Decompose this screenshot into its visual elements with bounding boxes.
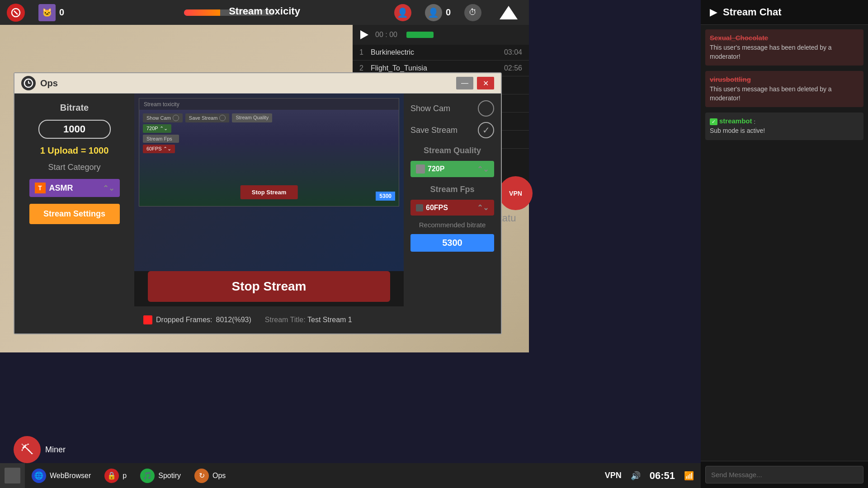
nested-settings-area: Show Cam Save Stream Stream Quality [143, 113, 395, 122]
dropped-frames-indicator: Dropped Frames: 8012(%93) [143, 315, 251, 324]
taskbar-app-p[interactable]: 🔒 p [98, 463, 133, 488]
vpn-status-icon: VPN [499, 176, 533, 210]
stream-title-value: Test Stream 1 [307, 316, 352, 324]
stop-stream-button[interactable]: Stop Stream [148, 271, 390, 302]
progress-bar [406, 32, 434, 38]
right-panel: Show Cam Save Stream ✓ Stream Quality 72… [404, 94, 501, 333]
chat-username: Sexual_Chocolate [710, 34, 859, 42]
ops-content: Bitrate 1 Upload = 1000 Start Category T… [14, 94, 501, 333]
fps-dropdown-arrow: ⌃⌄ [477, 203, 489, 212]
chat-message-text: Sub mode is active! [710, 127, 859, 136]
taskbar-app-webbrowser[interactable]: 🌐 WebBrowser [25, 463, 98, 488]
category-dropdown[interactable]: T ASMR ⌃⌄ [29, 179, 120, 197]
svg-line-1 [14, 11, 18, 14]
quality-icon [416, 164, 425, 174]
lb-name-1: Burkinelectric [371, 48, 504, 56]
center-panel: Stream toxicity Show Cam Save Stream Str… [134, 94, 404, 333]
vpn-label: VPN [605, 471, 622, 480]
save-stream-mini: Save Stream [185, 113, 230, 122]
up-arrow-icon [500, 6, 518, 19]
dropped-frames-icon [143, 315, 152, 324]
fps-value-nested: 5300 [376, 192, 395, 201]
quality-value: 720P [428, 165, 444, 173]
top-bar: 🐱 0 Stream toxicity 👤 👤 0 ⏱ [0, 0, 529, 25]
chat-username: streambot [719, 117, 752, 125]
red-circle-icon [7, 4, 25, 22]
gray-person-icon: 👤 [425, 4, 442, 21]
stream-preview: Stream toxicity Show Cam Save Stream Str… [134, 94, 404, 271]
bitrate-input[interactable] [38, 120, 111, 139]
left-panel: Bitrate 1 Upload = 1000 Start Category T… [14, 94, 134, 333]
chat-title: Stream Chat [723, 6, 782, 18]
category-value: ASMR [49, 183, 73, 193]
timer-section: ⏱ [458, 4, 488, 21]
nested-dropdowns: 720P ⌃⌄ [143, 124, 395, 133]
fps-dropdown[interactable]: 60FPS ⌃⌄ [410, 200, 494, 216]
chat-messages: Sexual_Chocolate This user's message has… [701, 25, 868, 461]
taskbar-app-ops[interactable]: ↻ Ops [188, 463, 232, 488]
spotiry-icon: 🎵 [140, 469, 155, 483]
save-stream-row: Save Stream ✓ [410, 122, 494, 138]
play-triangle-icon [360, 30, 368, 39]
fps-value: 60FPS [426, 204, 448, 212]
cat-icon-section: 🐱 0 [32, 4, 71, 21]
lb-rank-1: 1 [359, 48, 371, 56]
stop-stream-nested-area: Stop Stream [241, 185, 298, 199]
play-button[interactable] [358, 28, 371, 41]
miner-avatar: ⛏ [14, 436, 41, 463]
chat-header: ▶ Stream Chat [701, 0, 868, 25]
toxicity-fill [184, 9, 220, 16]
show-cam-row: Show Cam [410, 100, 494, 117]
stream-settings-button[interactable]: Stream Settings [29, 204, 120, 224]
save-stream-label: Save Stream [410, 126, 458, 135]
p-app-icon: 🔒 [104, 469, 119, 483]
person-icon: 👤 [394, 4, 411, 21]
nested-preview-window: Stream toxicity Show Cam Save Stream Str… [139, 98, 399, 206]
show-cam-mini: Show Cam [143, 113, 183, 122]
timer-icon: ⏱ [464, 4, 481, 21]
chat-username-row: ✓ streambot : [710, 117, 859, 127]
chat-message: Sexual_Chocolate This user's message has… [705, 29, 863, 66]
stream-info-bar: Dropped Frames: 8012(%93) Stream Title: … [134, 306, 404, 333]
chat-badge: ✓ [710, 118, 717, 125]
spotiry-label: Spotiry [158, 472, 181, 480]
show-cam-label: Show Cam [410, 104, 450, 113]
show-cam-toggle[interactable] [478, 100, 494, 117]
chat-username: virusbottling [710, 75, 859, 83]
leaderboard-header: 00 : 00 [353, 25, 529, 45]
chat-message: virusbottling This user's message has be… [705, 71, 863, 107]
stream-fps-section-title: Stream Fps [410, 185, 494, 194]
webbrowser-icon: 🌐 [32, 469, 46, 483]
quality-dropdown[interactable]: 720P ⌃⌄ [410, 161, 494, 177]
viewer-count: 0 [59, 7, 64, 18]
chat-input[interactable] [705, 466, 863, 483]
save-stream-toggle[interactable]: ✓ [478, 122, 494, 138]
miner-label: Miner [45, 445, 66, 455]
miner-area: ⛏ Miner [14, 436, 66, 463]
chat-colon: : [754, 118, 756, 125]
minimize-button[interactable]: — [456, 77, 473, 89]
recommended-bitrate-display: 5300 [410, 234, 494, 252]
cat-icon: 🐱 [38, 4, 56, 21]
stream-toxicity-title: Stream toxicity [229, 5, 300, 17]
follower-section: 👤 0 [418, 4, 458, 21]
taskbar-app-spotiry[interactable]: 🎵 Spotiry [133, 463, 188, 488]
stream-chat-panel: ▶ Stream Chat Sexual_Chocolate This user… [701, 0, 868, 488]
red-icon-section [0, 4, 32, 22]
bitrate-label: Bitrate [60, 103, 89, 113]
nested-inner: Stream toxicity Show Cam Save Stream Str… [139, 99, 399, 206]
webbrowser-label: WebBrowser [50, 472, 91, 480]
ops-title: Ops [40, 78, 58, 89]
nested-header: Stream toxicity [139, 99, 399, 110]
category-t-icon: T [35, 183, 46, 193]
upload-info: 1 Upload = 1000 [40, 145, 109, 156]
chat-input-area [701, 461, 868, 488]
category-dropdown-arrow: ⌃⌄ [103, 184, 114, 192]
window-controls: — ✕ [456, 77, 494, 89]
person-icon-section: 👤 [387, 4, 418, 21]
fps-icon [416, 204, 423, 211]
ops-label: Ops [212, 472, 226, 480]
volume-icon: 🔊 [631, 471, 641, 481]
taskbar-start[interactable] [0, 463, 25, 488]
close-button[interactable]: ✕ [477, 77, 494, 89]
